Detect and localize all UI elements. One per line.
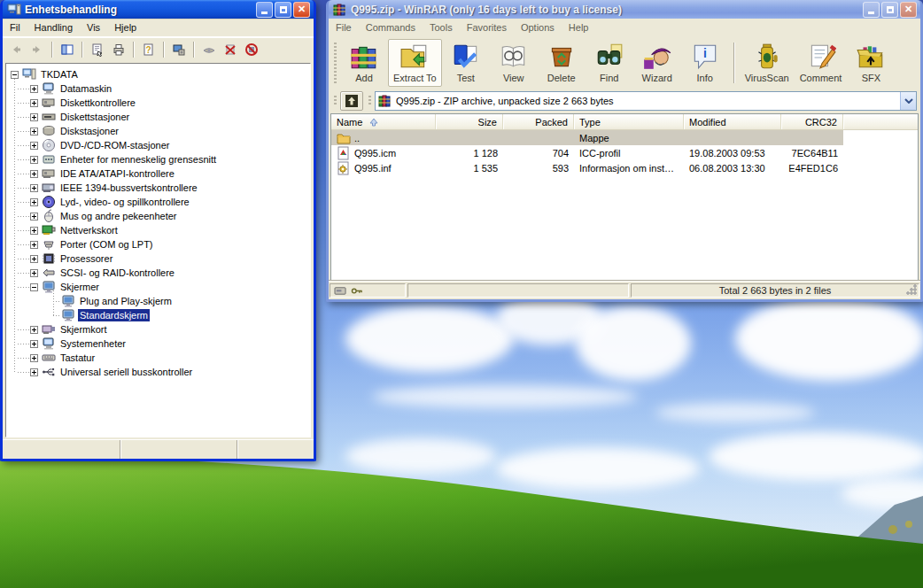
expand-plus-box[interactable] bbox=[30, 156, 38, 164]
toolbar-button-label: View bbox=[503, 73, 524, 83]
column-header-packed[interactable]: Packed bbox=[503, 114, 574, 129]
maximize-button[interactable] bbox=[881, 2, 898, 18]
menu-item-handling[interactable]: Handling bbox=[27, 19, 80, 35]
tree-item[interactable]: Diskettstasjoner bbox=[6, 110, 310, 124]
expand-plus-box[interactable] bbox=[30, 128, 38, 135]
menu-item-hjelp[interactable]: Hjelp bbox=[107, 19, 143, 35]
info-button[interactable]: iInfo bbox=[681, 39, 729, 87]
file-row[interactable]: Q995.inf1 535593Informasjon om inst…06.0… bbox=[331, 160, 918, 175]
toolbar-gripper[interactable] bbox=[334, 96, 337, 106]
expand-plus-box[interactable] bbox=[30, 255, 38, 263]
expand-plus-box[interactable] bbox=[30, 368, 38, 376]
view-button[interactable]: View bbox=[490, 39, 538, 87]
tree-item[interactable]: Prosessorer bbox=[6, 251, 310, 266]
find-button[interactable]: Find bbox=[586, 39, 633, 87]
tree-item[interactable]: Mus og andre pekeenheter bbox=[6, 209, 310, 223]
menu-item-help[interactable]: Help bbox=[562, 19, 596, 35]
expand-plus-box[interactable] bbox=[30, 170, 38, 178]
delete-button[interactable]: Delete bbox=[538, 39, 586, 87]
expand-plus-box[interactable] bbox=[30, 85, 38, 93]
tree-item[interactable]: Enheter for menneskelig grensesnitt bbox=[6, 152, 310, 166]
tree-item[interactable]: IDE ATA/ATAPI-kontrollere bbox=[6, 166, 310, 181]
add-button[interactable]: Add bbox=[340, 39, 388, 87]
expand-plus-box[interactable] bbox=[30, 198, 38, 206]
expand-plus-box[interactable] bbox=[30, 354, 38, 362]
expand-plus-box[interactable] bbox=[30, 340, 38, 348]
combobox-dropdown-button[interactable] bbox=[900, 92, 916, 110]
tree-item[interactable]: Standardskjerm bbox=[6, 308, 310, 322]
toolbar-gripper[interactable] bbox=[368, 96, 371, 106]
forward-icon[interactable] bbox=[27, 41, 47, 58]
tree-item[interactable]: Skjermkort bbox=[6, 322, 310, 337]
tree-item[interactable]: TKDATA bbox=[6, 67, 310, 81]
show-hide-console-tree-icon[interactable] bbox=[58, 41, 77, 58]
tree-item[interactable]: SCSI- og RAID-kontrollere bbox=[6, 266, 310, 280]
properties-icon[interactable] bbox=[88, 41, 107, 58]
tree-item[interactable]: Skjermer bbox=[6, 280, 310, 294]
column-header-type[interactable]: Type bbox=[574, 114, 684, 129]
menu-item-commands[interactable]: Commands bbox=[359, 19, 423, 35]
toolbar-gripper[interactable] bbox=[334, 43, 337, 83]
tree-item[interactable]: Datamaskin bbox=[6, 81, 310, 96]
tree-item[interactable]: IEEE 1394-bussvertskontrollere bbox=[6, 181, 310, 195]
tree-item[interactable]: Tastatur bbox=[6, 351, 310, 365]
scan-hardware-changes-icon[interactable] bbox=[199, 41, 219, 58]
wizard-button[interactable]: Wizard bbox=[633, 39, 681, 87]
menu-item-favorites[interactable]: Favorites bbox=[460, 19, 514, 35]
disable-icon[interactable] bbox=[242, 41, 261, 58]
expand-plus-box[interactable] bbox=[30, 269, 38, 277]
column-header-size[interactable]: Size bbox=[436, 114, 503, 129]
menu-item-fil[interactable]: Fil bbox=[3, 19, 27, 35]
tree-item[interactable]: Nettverkskort bbox=[6, 223, 310, 237]
back-icon[interactable] bbox=[6, 41, 26, 58]
menu-item-vis[interactable]: Vis bbox=[80, 19, 107, 35]
close-button[interactable]: ✕ bbox=[293, 2, 310, 18]
tree-item[interactable]: DVD-/CD-ROM-stasjoner bbox=[6, 138, 310, 152]
expand-plus-box[interactable] bbox=[30, 184, 38, 192]
file-row[interactable]: ..Mappe bbox=[331, 130, 918, 145]
help-icon[interactable]: ? bbox=[139, 41, 159, 58]
minimize-button[interactable] bbox=[256, 2, 273, 18]
column-header-crc32[interactable]: CRC32 bbox=[781, 114, 843, 129]
winrar-titlebar[interactable]: Q995.zip - WinRAR (only 16 days left to … bbox=[329, 0, 920, 19]
expand-plus-box[interactable] bbox=[30, 326, 38, 334]
tree-item[interactable]: Diskettkontrollere bbox=[6, 96, 310, 110]
column-header-name[interactable]: Name bbox=[331, 114, 436, 129]
minimize-button[interactable] bbox=[863, 2, 880, 18]
maximize-button[interactable] bbox=[275, 2, 291, 18]
comment-button[interactable]: Comment bbox=[795, 39, 848, 87]
toolbar-separator bbox=[133, 42, 135, 58]
tree-item[interactable]: Systemenheter bbox=[6, 337, 310, 351]
sfx-button[interactable]: SFX bbox=[847, 39, 895, 87]
tree-item[interactable]: Universal seriell busskontroller bbox=[6, 365, 310, 379]
collapse-minus-box[interactable] bbox=[30, 283, 38, 291]
tree-item[interactable]: Diskstasjoner bbox=[6, 124, 310, 138]
file-row[interactable]: Q995.icm1 128704ICC-profil19.08.2003 09:… bbox=[331, 145, 918, 160]
archive-path-combobox[interactable]: Q995.zip - ZIP archive, unpacked size 2 … bbox=[375, 91, 917, 111]
expand-plus-box[interactable] bbox=[30, 227, 38, 235]
virusscan-button[interactable]: VirusScan bbox=[740, 39, 795, 87]
tree-item[interactable]: Plug and Play-skjerm bbox=[6, 294, 310, 308]
file-list: ..MappeQ995.icm1 128704ICC-profil19.08.2… bbox=[331, 130, 918, 280]
expand-plus-box[interactable] bbox=[30, 241, 38, 249]
print-icon[interactable] bbox=[109, 41, 128, 58]
update-driver-icon[interactable] bbox=[169, 41, 189, 58]
expand-plus-box[interactable] bbox=[30, 113, 38, 121]
collapse-minus-box[interactable] bbox=[11, 71, 19, 79]
tree-item[interactable]: Porter (COM og LPT) bbox=[6, 237, 310, 251]
column-header-modified[interactable]: Modified bbox=[684, 114, 781, 129]
menu-item-tools[interactable]: Tools bbox=[423, 19, 460, 35]
uninstall-icon[interactable] bbox=[221, 41, 240, 58]
expand-plus-box[interactable] bbox=[30, 142, 38, 150]
resize-grip[interactable] bbox=[906, 284, 917, 295]
up-one-level-button[interactable] bbox=[340, 91, 363, 111]
tree-item[interactable]: Lyd-, video- og spillkontrollere bbox=[6, 195, 310, 209]
close-button[interactable]: ✕ bbox=[900, 2, 917, 18]
expand-plus-box[interactable] bbox=[30, 99, 38, 107]
test-button[interactable]: Test bbox=[442, 39, 490, 87]
menu-item-options[interactable]: Options bbox=[514, 19, 562, 35]
expand-plus-box[interactable] bbox=[30, 213, 38, 220]
device-manager-titlebar[interactable]: Enhetsbehandling ✕ bbox=[3, 0, 314, 19]
menu-item-file[interactable]: File bbox=[329, 19, 359, 35]
extract-to-button[interactable]: Extract To bbox=[388, 39, 442, 87]
